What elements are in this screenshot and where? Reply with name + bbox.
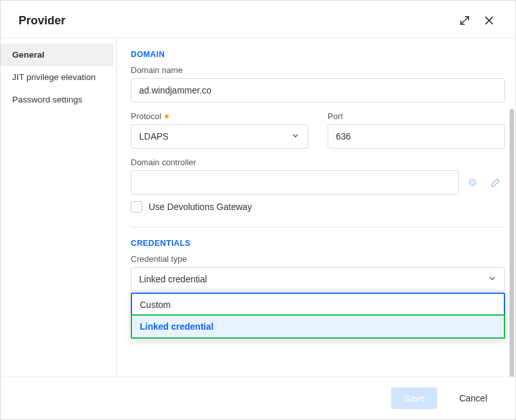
sidebar-item-label: General [12, 50, 44, 60]
protocol-label: Protocol [131, 111, 308, 121]
select-value: LDAPS [139, 131, 169, 141]
required-indicator-icon [165, 115, 169, 118]
credential-type-dropdown: Custom Linked credential [131, 293, 505, 339]
content-area: DOMAIN Domain name ad.windjammer.co Prot… [116, 38, 515, 376]
dialog-header: Provider [1, 1, 515, 38]
field-port: Port 636 [328, 111, 505, 149]
chevron-down-icon [291, 131, 300, 142]
dialog-body: General JIT privilege elevation Password… [1, 38, 515, 376]
dialog-footer: Save Cancel [1, 376, 515, 419]
field-domain-controller: Domain controller Use Devolutions Gatewa… [131, 158, 505, 213]
field-domain-name: Domain name ad.windjammer.co [131, 65, 505, 102]
section-divider [131, 227, 505, 227]
option-label: Linked credential [140, 321, 213, 332]
domain-controller-label: Domain controller [131, 158, 505, 167]
close-icon[interactable] [481, 12, 497, 29]
sidebar-item-label: Password settings [12, 95, 83, 104]
section-heading-credentials: CREDENTIALS [131, 239, 505, 248]
use-gateway-checkbox[interactable] [131, 201, 142, 213]
sidebar-item-jit-privilege[interactable]: JIT privilege elevation [1, 66, 113, 88]
header-actions [456, 12, 497, 29]
provider-dialog: Provider General JIT privilege elevation [0, 0, 516, 420]
expand-icon[interactable] [456, 12, 473, 29]
row-protocol-port: Protocol LDAPS Port 636 [131, 111, 505, 149]
sidebar-item-label: JIT privilege elevation [12, 72, 96, 82]
input-value: 636 [336, 131, 351, 141]
clear-icon[interactable] [463, 172, 482, 193]
port-input[interactable]: 636 [328, 124, 505, 149]
dialog-title: Provider [19, 14, 65, 28]
dropdown-option-custom[interactable]: Custom [132, 294, 504, 316]
sidebar: General JIT privilege elevation Password… [1, 38, 116, 376]
sidebar-item-password-settings[interactable]: Password settings [1, 88, 113, 111]
domain-controller-input[interactable] [131, 170, 459, 195]
use-gateway-label: Use Devolutions Gateway [149, 202, 252, 212]
sidebar-item-general[interactable]: General [1, 44, 113, 66]
select-value: Linked credential [139, 274, 207, 284]
section-heading-domain: DOMAIN [131, 50, 505, 59]
protocol-select[interactable]: LDAPS [131, 124, 308, 149]
edit-icon[interactable] [486, 172, 505, 193]
credential-type-label: Credential type [131, 254, 505, 264]
save-button[interactable]: Save [391, 387, 437, 409]
cancel-button[interactable]: Cancel [446, 387, 500, 409]
credential-type-select[interactable]: Linked credential [131, 267, 505, 291]
domain-name-input[interactable]: ad.windjammer.co [131, 78, 505, 102]
field-protocol: Protocol LDAPS [131, 111, 308, 149]
use-gateway-row: Use Devolutions Gateway [131, 201, 505, 213]
option-label: Custom [140, 300, 171, 310]
domain-name-label: Domain name [131, 65, 505, 75]
chevron-down-icon [488, 274, 497, 285]
scrollbar[interactable] [510, 109, 514, 376]
field-credential-type: Credential type Linked credential Custom [131, 254, 505, 291]
dropdown-option-linked-credential[interactable]: Linked credential [131, 314, 505, 339]
input-value: ad.windjammer.co [139, 85, 212, 95]
port-label: Port [328, 111, 505, 121]
